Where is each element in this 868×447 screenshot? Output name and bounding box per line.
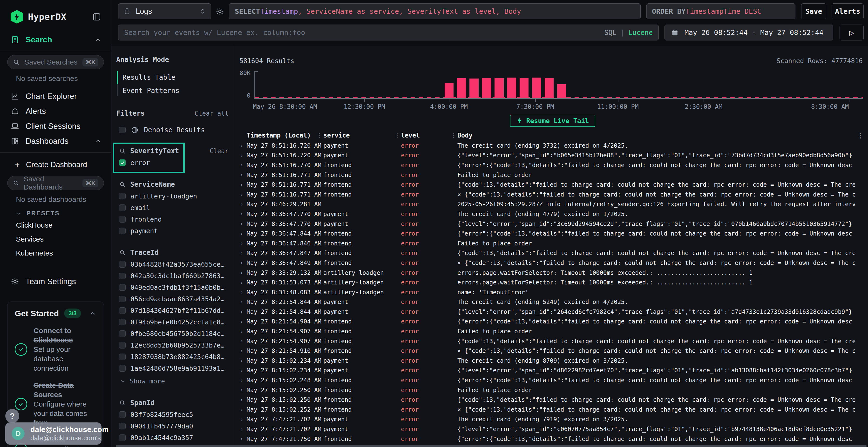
log-table-row[interactable]: ›May 27 8:21:54.910 AMfrontenderror× {"c… <box>240 346 866 356</box>
help-button[interactable]: ? <box>5 409 19 423</box>
checkbox[interactable] <box>119 353 126 360</box>
filter-item-18287038b73e882425c64b8-[interactable]: 18287038b73e882425c64b8… <box>119 353 230 360</box>
source-settings-button[interactable] <box>211 7 229 16</box>
filter-item-056cd9acbaac8637a4354a2-[interactable]: 056cd9acbaac8637a4354a2… <box>119 295 230 303</box>
saved-searches-input[interactable]: Saved Searches ⌘K <box>7 55 104 69</box>
log-table-row[interactable]: ›May 27 8:36:47.844 AMfrontenderror{"err… <box>240 229 866 238</box>
log-table-row[interactable]: ›May 27 8:15:02.250 AMfrontenderror{"cod… <box>240 395 866 405</box>
time-range-picker[interactable]: May 26 08:52:44 - May 27 08:52:44 <box>664 25 833 40</box>
get-started-step-connect[interactable]: Connect to ClickHouse Set up your databa… <box>15 326 96 373</box>
filter-item-email[interactable]: email <box>119 204 230 211</box>
preset-item-clickhouse[interactable]: ClickHouse <box>0 218 111 232</box>
lucene-mode-option[interactable]: Lucene <box>628 29 653 37</box>
col-body[interactable]: Body <box>457 132 855 139</box>
clear-all-filters-button[interactable]: Clear all <box>194 110 228 117</box>
collapse-sidebar-icon[interactable] <box>92 12 101 22</box>
checkbox[interactable] <box>119 423 126 429</box>
lucene-search-input[interactable]: Search your events w/ Lucene ex. column:… <box>118 25 659 40</box>
checkbox[interactable] <box>119 193 126 199</box>
log-table-row[interactable]: ›May 27 8:51:16.720 AMpaymenterror{"leve… <box>240 150 866 161</box>
log-table-row[interactable]: ›May 27 8:36:47.770 AMpaymenterror{"leve… <box>240 219 866 229</box>
filter-item-12ec8dd52b60b9525733b7e-[interactable]: 12ec8dd52b60b9525733b7e… <box>119 342 230 349</box>
log-table-row[interactable]: ›May 27 8:51:16.770 AMfrontenderror{"err… <box>240 160 866 170</box>
col-timestamp[interactable]: Timestamp (Local) <box>247 132 323 139</box>
table-options-kebab-icon[interactable]: ⋮ <box>855 132 866 139</box>
query-language-toggle[interactable]: SQL | Lucene <box>604 29 653 37</box>
checkbox[interactable] <box>119 331 126 337</box>
saved-dashboards-input[interactable]: Saved Dashboards ⌘K <box>7 176 104 190</box>
sidebar-item-team-settings[interactable]: Team Settings <box>0 274 111 289</box>
log-table-row[interactable]: ›May 27 8:51:16.771 AMfrontenderror× {"c… <box>240 190 866 199</box>
log-table-row[interactable]: ›May 27 8:15:02.234 AMpaymenterror{"leve… <box>240 366 866 375</box>
create-dashboard-button[interactable]: + Create Dashboard <box>0 157 111 173</box>
filter-item-049ed0ac3fdb1f3f15a0b0b-[interactable]: 049ed0ac3fdb1f3f15a0b0b… <box>119 284 230 291</box>
chevron-up-icon[interactable] <box>95 138 101 144</box>
log-table-row[interactable]: ›May 27 7:47:21.750 AMfrontenderror{"err… <box>240 434 866 444</box>
filter-item-03b44828f42a3573ea655ce-[interactable]: 03b44828f42a3573ea655ce… <box>119 261 230 268</box>
checkbox[interactable] <box>119 307 126 314</box>
checkbox[interactable] <box>119 216 126 222</box>
resume-live-tail-button[interactable]: Resume Live Tail <box>510 115 595 127</box>
log-table-row[interactable]: ›May 27 8:21:54.907 AMfrontenderror{"cod… <box>240 336 866 346</box>
log-table-row[interactable]: ›May 27 8:33:29.132 AMartillery-loadgene… <box>240 268 866 278</box>
log-table-row[interactable]: ›May 27 7:47:21.702 AMpaymenterrorThe cr… <box>240 414 866 424</box>
log-table-row[interactable]: ›May 27 8:15:02.248 AMfrontenderror{"err… <box>240 375 866 385</box>
filter-item-03f7b824595feec5[interactable]: 03f7b824595feec5 <box>119 411 230 418</box>
filter-item-07d184304627bf2f11b67dd-[interactable]: 07d184304627bf2f11b67dd… <box>119 307 230 314</box>
filter-item-0f94b9befe0b4252ccfa1c8-[interactable]: 0f94b9befe0b4252ccfa1c8… <box>119 318 230 326</box>
filter-item-payment[interactable]: payment <box>119 227 230 235</box>
log-table-row[interactable]: ›May 27 8:21:54.844 AMpaymenterror{"leve… <box>240 307 866 317</box>
log-table-row[interactable]: ›May 27 8:46:29.281 AMerror2025-05-26T09… <box>240 199 866 209</box>
sidebar-item-alerts[interactable]: Alerts <box>0 104 111 119</box>
show-more-button[interactable]: Show more <box>119 377 230 385</box>
tab-event-patterns[interactable]: Event Patterns <box>123 84 230 97</box>
col-service[interactable]: service <box>323 132 401 139</box>
log-table-row[interactable]: ›May 27 8:21:54.904 AMfrontenderror{"err… <box>240 317 866 326</box>
denoise-results-filter[interactable]: Denoise Results <box>116 126 230 134</box>
log-table-row[interactable]: ›May 27 8:15:02.252 AMfrontenderror× {"c… <box>240 405 866 414</box>
run-query-button[interactable]: ▷ <box>840 25 864 40</box>
chevron-up-icon[interactable] <box>89 310 96 317</box>
save-button[interactable]: Save <box>801 3 826 19</box>
user-menu[interactable]: D dale@clickhouse.com dale@clickhouse.co… <box>5 422 101 445</box>
checkbox[interactable] <box>119 261 126 268</box>
checkbox[interactable] <box>119 296 126 302</box>
log-table-row[interactable]: ›May 27 8:21:54.844 AMpaymenterrorThe cr… <box>240 297 866 307</box>
checkbox[interactable] <box>119 411 126 418</box>
checkbox[interactable] <box>119 228 126 234</box>
source-select[interactable]: Logs <box>118 3 211 19</box>
order-by-input[interactable]: ORDER BY TimestampTime DESC <box>646 3 796 19</box>
log-table-row[interactable]: ›May 27 8:36:47.770 AMpaymenterrorThe cr… <box>240 209 866 219</box>
sidebar-item-client-sessions[interactable]: Client Sessions <box>0 119 111 134</box>
filter-item-042a30c3dc1baf660b27863-[interactable]: 042a30c3dc1baf660b27863… <box>119 272 230 280</box>
denoise-checkbox[interactable] <box>119 127 126 133</box>
alerts-button[interactable]: Alerts <box>832 3 864 19</box>
log-table-row[interactable]: ›May 27 8:15:02.250 AMfrontenderrorFaile… <box>240 385 866 395</box>
preset-item-services[interactable]: Services <box>0 232 111 246</box>
log-table-row[interactable]: ›May 27 8:36:47.847 AMfrontenderror{"cod… <box>240 248 866 258</box>
chevron-up-icon[interactable] <box>95 36 101 43</box>
filter-item-frontend[interactable]: frontend <box>119 215 230 223</box>
checkbox[interactable] <box>119 365 126 372</box>
filter-item-0fbe680eb456750b2d1184c-[interactable]: 0fbe680eb456750b2d1184c… <box>119 330 230 337</box>
tab-results-table[interactable]: Results Table <box>123 71 230 84</box>
log-table-row[interactable]: ›May 27 8:51:16.771 AMfrontenderror{"cod… <box>240 180 866 190</box>
filter-item-09041fb457779da0[interactable]: 09041fb457779da0 <box>119 422 230 430</box>
filter-item-1ae42480d758e9ab91193a1-[interactable]: 1ae42480d758e9ab91193a1… <box>119 365 230 372</box>
log-table-row[interactable]: ›May 27 8:21:54.907 AMfrontenderrorFaile… <box>240 326 866 336</box>
log-table-row[interactable]: ›May 27 7:47:21.702 AMpaymenterror{"leve… <box>240 424 866 434</box>
sql-mode-option[interactable]: SQL <box>604 29 617 37</box>
sidebar-item-dashboards[interactable]: Dashboards <box>0 134 111 148</box>
checkbox[interactable] <box>119 319 126 325</box>
checkbox[interactable] <box>119 273 126 279</box>
clear-filter-button[interactable]: Clear <box>210 147 228 154</box>
log-table-row[interactable]: ›May 27 8:36:47.849 AMfrontenderror× {"c… <box>240 258 866 268</box>
log-table-row[interactable]: ›May 27 8:15:02.234 AMpaymenterrorThe cr… <box>240 356 866 366</box>
log-table-row[interactable]: ›May 27 8:31:53.073 AMartillery-loadgene… <box>240 277 866 287</box>
filter-item-artillery-loadgen[interactable]: artillery-loadgen <box>119 193 230 200</box>
horizontal-scrollbar[interactable] <box>116 445 867 447</box>
checkbox[interactable] <box>119 204 126 211</box>
sidebar-item-search[interactable]: Search <box>0 32 111 47</box>
checkbox[interactable] <box>119 160 126 166</box>
log-table-row[interactable]: ›May 27 8:51:16.771 AMfrontenderrorFaile… <box>240 170 866 180</box>
